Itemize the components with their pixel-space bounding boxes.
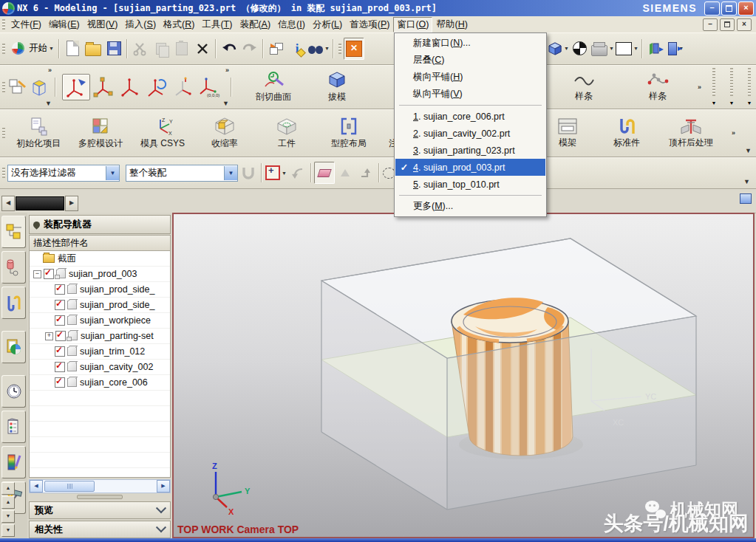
constraint-navigator-tab[interactable] <box>1 251 26 284</box>
datum-axis-button[interactable] <box>117 75 143 100</box>
chevron-down-icon[interactable] <box>156 503 166 513</box>
menu-item-more[interactable]: 更多(M)... <box>395 198 545 215</box>
slider-thumb[interactable] <box>16 196 64 210</box>
tree-horizontal-scrollbar[interactable]: ◀ ▶ <box>29 479 171 493</box>
copy-button[interactable] <box>151 38 171 60</box>
chevron-down-icon[interactable]: ▼ <box>222 100 229 107</box>
toolbar-grip[interactable] <box>338 44 341 54</box>
redirect-button[interactable] <box>355 162 376 184</box>
scroll-down-icon[interactable]: ▼ <box>1 510 15 523</box>
navigator-header[interactable]: 装配导航器 <box>29 215 171 234</box>
visualization-tab[interactable] <box>1 446 26 478</box>
window-mini-icon[interactable] <box>740 193 752 204</box>
expand-icon[interactable]: + <box>45 332 53 340</box>
menu-file[interactable]: 文件(F) <box>7 17 45 32</box>
shrinkage-button[interactable]: 收缩率 <box>194 113 256 153</box>
new-file-button[interactable] <box>62 38 83 60</box>
scroll-right-icon[interactable]: ▶ <box>157 480 170 493</box>
menu-preferences[interactable]: 首选项(P) <box>346 17 393 32</box>
menu-information[interactable]: 信息(I) <box>274 17 309 32</box>
menubar-grip[interactable] <box>2 19 5 30</box>
selection-scope-combo[interactable]: 整个装配 ▼ <box>126 165 238 182</box>
rollback-button[interactable] <box>287 162 308 184</box>
toolbar-grip[interactable] <box>2 82 5 92</box>
checkbox[interactable] <box>55 377 65 388</box>
resource-grid-button[interactable]: ✕ <box>344 38 364 60</box>
cut-button[interactable] <box>130 38 151 60</box>
tree-row-prod-side-b[interactable]: sujian_prod_side_ <box>30 298 170 313</box>
menu-help[interactable]: 帮助(H) <box>432 17 471 32</box>
multi-cavity-button[interactable]: 多腔模设计 <box>69 113 132 153</box>
chevron-down-icon[interactable] <box>156 522 166 532</box>
pane-button[interactable]: ▼ <box>666 38 687 60</box>
tree-row-parting-set[interactable]: + sujian_parting-set <box>30 329 170 344</box>
graphics-viewport[interactable]: YC XC Z Y X TOP <box>172 213 755 538</box>
mold-csys-button[interactable]: Z Y X 模具 CSYS <box>132 113 194 153</box>
menu-assemblies[interactable]: 装配(A) <box>236 17 274 32</box>
background-button[interactable]: ▼ <box>615 38 639 60</box>
save-button[interactable] <box>103 38 124 60</box>
checkbox[interactable] <box>55 315 65 326</box>
combo-dropdown-icon[interactable]: ▼ <box>106 166 119 180</box>
studio-spline-button[interactable]: 样条 <box>621 67 695 107</box>
erase-highlight-button[interactable] <box>314 162 335 184</box>
part-library-tab[interactable] <box>1 331 26 363</box>
initialize-project-button[interactable]: 初始化项目 <box>7 113 69 153</box>
snap-point-button[interactable]: ▼ <box>265 162 287 184</box>
standard-parts-button[interactable]: 标准件 <box>597 113 656 153</box>
overflow-icon[interactable]: » <box>225 66 229 74</box>
render-style-button[interactable] <box>570 38 590 60</box>
menu-edit[interactable]: 编辑(E) <box>45 17 84 32</box>
datum-plane-button[interactable] <box>90 75 117 100</box>
menu-item-new-window[interactable]: 新建窗口(N)... <box>395 35 545 52</box>
menu-item-window-5[interactable]: 5. sujian_top_010.prt <box>395 176 545 193</box>
scroll-bottom-icon[interactable]: ▼ <box>1 524 15 537</box>
combo-dropdown-icon[interactable]: ▼ <box>224 166 237 180</box>
selection-filter-combo[interactable]: 没有选择过滤器 ▼ <box>7 165 120 182</box>
tree-row-prod[interactable]: − sujian_prod_003 <box>30 267 170 282</box>
collapsed-toolbar[interactable]: ▼ <box>710 68 718 106</box>
preview-section[interactable]: 预览 <box>29 501 171 519</box>
display-mode-button[interactable]: ▼ <box>590 38 615 60</box>
slider-left-icon[interactable]: ◀ <box>1 196 15 211</box>
menu-window[interactable]: 窗口(O) <box>393 17 432 32</box>
csys-rotate-button[interactable] <box>143 75 170 100</box>
mdi-close-button[interactable]: × <box>737 18 752 31</box>
menu-item-window-2[interactable]: 2. sujian_cavity_002.prt <box>395 125 545 142</box>
scroll-top-icon[interactable]: ▲ <box>1 482 15 495</box>
cavity-layout-button[interactable]: 型腔布局 <box>318 113 380 153</box>
checkbox[interactable] <box>55 284 65 295</box>
menu-format[interactable]: 格式(R) <box>160 17 198 32</box>
scrollbar-thumb[interactable] <box>44 481 95 492</box>
mdi-minimize-button[interactable]: – <box>703 18 718 31</box>
window-arrange-button[interactable] <box>266 38 287 60</box>
slider-right-icon[interactable]: ▶ <box>65 196 78 211</box>
resource-slider[interactable]: ◀ ▶ <box>1 196 78 210</box>
scroll-up-icon[interactable]: ▲ <box>1 496 15 509</box>
menu-item-tile-horizontal[interactable]: 横向平铺(H) <box>395 69 545 86</box>
undo-button[interactable] <box>219 38 239 60</box>
ejector-post-button[interactable]: 顶杆后处理 <box>656 113 726 153</box>
checkbox[interactable] <box>55 300 65 310</box>
menu-insert[interactable]: 插入(S) <box>121 17 160 32</box>
overflow-icon[interactable]: » <box>48 66 52 74</box>
overflow-icon[interactable]: » <box>698 83 701 91</box>
panel-splitter[interactable] <box>27 493 172 500</box>
collapse-icon[interactable]: − <box>33 270 41 278</box>
restore-button[interactable] <box>721 1 737 16</box>
menu-item-window-1[interactable]: 1. sujian_core_006.prt <box>395 108 545 125</box>
minimize-button[interactable]: – <box>704 1 720 16</box>
chevron-down-icon[interactable]: ▼ <box>745 147 752 154</box>
spline-button[interactable]: 样条 <box>547 67 621 107</box>
assembly-navigator-tab[interactable] <box>1 216 26 248</box>
chevron-down-icon[interactable]: ▼ <box>743 178 750 185</box>
menu-analysis[interactable]: 分析(L) <box>309 17 346 32</box>
toolbar-grip[interactable] <box>2 128 5 138</box>
search-button[interactable]: ▼ <box>307 38 330 60</box>
checkbox[interactable] <box>55 362 65 372</box>
section-surface-button[interactable]: 剖切曲面 <box>239 67 307 107</box>
mdi-restore-button[interactable] <box>720 18 735 31</box>
menu-item-tile-vertical[interactable]: 纵向平铺(V) <box>395 86 545 103</box>
delete-button[interactable] <box>192 38 213 60</box>
dependencies-section[interactable]: 相关性 <box>29 521 171 538</box>
